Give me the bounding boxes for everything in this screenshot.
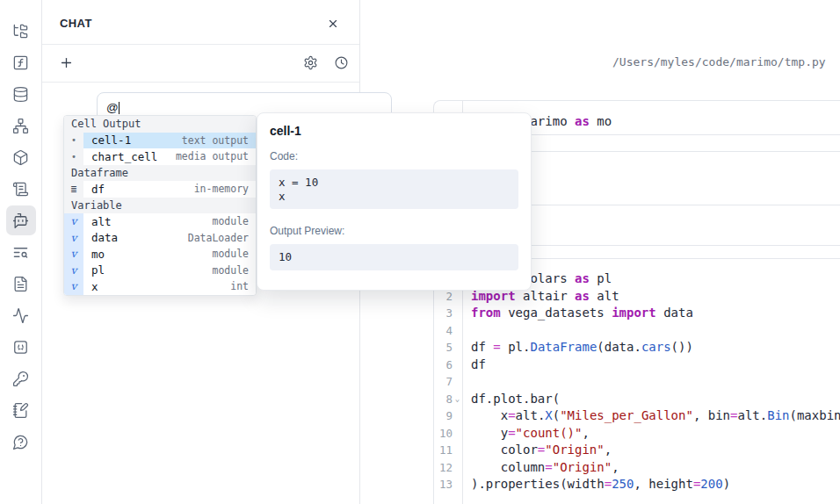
autocomplete-item-type: media output [176,148,256,165]
sidebar-item-file-text[interactable] [5,268,37,299]
line-number: 8⌄ [434,391,462,408]
cell-preview-popover: cell-1 Code: x = 10 x Output Preview: 10 [257,112,532,291]
line-number: 6 [434,356,462,374]
code-line[interactable]: 11 color="Origin", [434,442,840,459]
text-caret [119,102,120,114]
code-line[interactable]: 7 [434,373,840,391]
gutter-separator [462,259,463,504]
sidebar-item-package[interactable] [5,141,37,173]
bullet-icon: • [64,148,83,165]
variable-icon: v [64,230,83,247]
autocomplete-item-type: text output [182,133,256,149]
autocomplete-item-pl[interactable]: vplmodule [64,263,256,279]
autocomplete-item-type: module [212,246,256,263]
variable-icon: v [64,213,83,230]
autocomplete-item-type: module [212,263,256,279]
new-chat-button[interactable] [59,55,74,70]
fold-chevron-icon[interactable]: ⌄ [453,391,462,408]
package-icon [12,149,29,166]
sidebar-item-snippets[interactable] [5,331,37,363]
code-line[interactable]: 13).properties(width=250, height=200) [434,476,840,493]
autocomplete-group-header: Cell Output [64,116,256,133]
file-tree-icon [12,23,29,40]
sidebar-item-network[interactable] [5,110,37,141]
function-square-icon [12,54,29,71]
key-icon [12,371,29,387]
popover-output-preview: 10 [270,244,518,270]
sidebar-item-key[interactable] [5,363,37,394]
sidebar-item-bot-message[interactable] [6,205,36,235]
network-icon [12,118,29,134]
autocomplete-item-alt[interactable]: valtmodule [64,213,256,230]
line-number: 3 [434,305,462,322]
code-line[interactable]: 5df = pl.DataFrame(data.cars()) [434,339,840,356]
code-line[interactable]: 4 [434,322,840,340]
history-clock-icon [334,55,349,70]
chat-history-button[interactable] [334,55,349,70]
autocomplete-item-df[interactable]: ≣dfin-memory [64,181,256,198]
autocomplete-item-type: in-memory [194,181,256,198]
autocomplete-item-type: int [230,278,256,295]
chat-input-value: @ [106,101,119,114]
panel-icon-sidebar [0,0,42,504]
file-text-icon [12,276,29,292]
database-icon [12,86,29,103]
sidebar-item-help-circle[interactable] [5,426,37,457]
autocomplete-item-type: DataLoader [188,230,256,247]
line-number: 12 [434,459,462,477]
popover-code-preview: x = 10 x [270,169,518,209]
chat-panel-title: CHAT [60,17,92,30]
line-number: 10 [434,425,462,443]
autocomplete-item-mo[interactable]: vmomodule [64,246,256,263]
code-text: from vega_datasets import data [462,305,693,322]
sidebar-item-text-search[interactable] [5,236,37,268]
variable-icon: v [64,246,83,263]
line-number: 13 [434,476,462,493]
sidebar-item-function-square[interactable] [5,47,37,78]
snippets-icon [12,339,29,356]
chat-settings-button[interactable] [303,55,318,70]
line-number: 7 [434,373,462,391]
code-text: column="Origin", [462,459,619,477]
plus-icon [59,55,74,70]
variable-icon: v [64,263,83,279]
chat-toolbar [42,44,359,83]
autocomplete-item-data[interactable]: vdataDataLoader [64,230,256,247]
code-text: x=alt.X("Miles_per_Gallon", bin=alt.Bin(… [462,407,840,425]
autocomplete-item-name: alt [83,213,212,230]
code-text: df [462,356,486,374]
line-number: 5 [434,339,462,356]
autocomplete-item-name: pl [83,263,212,279]
notebook-cell-main-code[interactable]: 1import polars as pl2import altair as al… [433,258,840,504]
code-line[interactable]: 12 column="Origin", [434,459,840,477]
code-line[interactable]: 10 y="count()", [434,425,840,443]
sidebar-item-scroll-text[interactable] [5,173,37,205]
code-line[interactable]: 6df [434,356,840,374]
scroll-text-icon [12,181,29,198]
autocomplete-item-cell-1[interactable]: •cell-1text output [64,133,256,149]
notebook-pen-icon [12,402,29,419]
sidebar-item-activity[interactable] [5,299,37,331]
bot-message-icon [12,212,29,229]
line-number: 9 [434,407,462,425]
line-number: 11 [434,442,462,459]
code-line[interactable]: 3from vega_datasets import data [434,305,840,322]
mention-autocomplete-dropdown: Cell Output•cell-1text output•chart_cell… [63,115,257,296]
code-line[interactable]: 8⌄df.plot.bar( [434,391,840,408]
sidebar-item-file-tree[interactable] [5,15,37,47]
sidebar-item-notebook-pen[interactable] [5,394,37,426]
autocomplete-item-chart_cell[interactable]: •chart_cellmedia output [64,148,256,165]
close-panel-button[interactable] [327,18,339,30]
autocomplete-item-type: module [212,213,256,230]
code-text: ).properties(width=250, height=200) [462,476,730,493]
autocomplete-item-name: chart_cell [83,148,176,165]
autocomplete-item-x[interactable]: vxint [64,278,256,295]
sidebar-item-database[interactable] [5,78,37,110]
line-number: 4 [434,322,462,340]
code-line[interactable]: 9 x=alt.X("Miles_per_Gallon", bin=alt.Bi… [434,407,840,425]
close-icon [327,18,339,30]
file-path-label: /Users/myles/code/marimo/tmp.py [612,55,826,68]
popover-code-label: Code: [270,150,518,162]
bullet-icon: • [64,133,83,149]
rows-icon: ≣ [64,181,83,198]
